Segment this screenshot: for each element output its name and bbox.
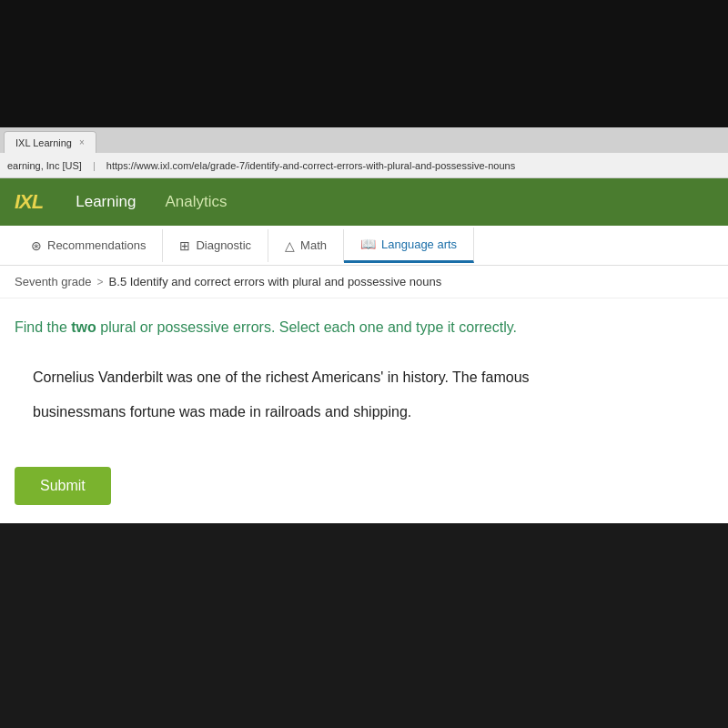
nav-bar: IXL Learning Analytics [0,178,728,226]
instruction-suffix: plural or possessive errors. Select each… [96,319,517,335]
instruction-prefix: Find the [15,319,71,335]
subnav-recommendations[interactable]: ⊛ Recommendations [15,229,163,262]
subnav-math[interactable]: △ Math [268,229,344,262]
instruction-bold: two [71,319,96,335]
word-businessmans[interactable]: businessmans [33,404,126,420]
main-content: Find the two plural or possessive errors… [0,298,728,523]
address-site: earning, Inc [US] [7,160,82,171]
sub-nav: ⊛ Recommendations ⊞ Diagnostic △ Math 📖 … [0,226,728,266]
address-url[interactable]: https://www.ixl.com/ela/grade-7/identify… [106,160,515,171]
breadcrumb-skill: B.5 Identify and correct errors with plu… [109,275,442,288]
language-arts-label: Language arts [381,238,457,251]
word-americans[interactable]: Americans' [312,369,384,385]
breadcrumb: Seventh grade > B.5 Identify and correct… [0,266,728,298]
screen-wrapper: IXL Learning × earning, Inc [US] | https… [0,0,728,728]
subnav-diagnostic[interactable]: ⊞ Diagnostic [163,229,268,262]
address-separator: | [93,160,96,171]
submit-button[interactable]: Submit [15,467,111,505]
nav-analytics[interactable]: Analytics [150,186,241,218]
language-arts-icon: 📖 [360,237,376,251]
tab-label: IXL Learning [15,137,72,148]
instruction-text: Find the two plural or possessive errors… [15,317,713,339]
recommendations-label: Recommendations [47,238,146,252]
recommendations-icon: ⊛ [31,238,42,253]
passage-line2: businessmans fortune was made in railroa… [33,395,713,430]
diagnostic-label: Diagnostic [196,238,251,252]
address-bar-row: earning, Inc [US] | https://www.ixl.com/… [0,153,728,178]
ixl-logo: IXL [15,190,43,214]
passage-area: Cornelius Vanderbilt was one of the rich… [33,360,713,430]
nav-learning[interactable]: Learning [61,186,150,218]
browser-tab[interactable]: IXL Learning × [4,131,96,153]
math-label: Math [300,238,327,252]
diagnostic-icon: ⊞ [179,238,190,253]
top-bezel [0,0,728,127]
passage-line1: Cornelius Vanderbilt was one of the rich… [33,360,713,395]
tab-close-icon[interactable]: × [79,137,85,147]
breadcrumb-arrow: > [97,276,104,288]
breadcrumb-grade[interactable]: Seventh grade [15,275,92,288]
math-icon: △ [285,238,295,253]
tab-bar: IXL Learning × [0,127,728,153]
subnav-language-arts[interactable]: 📖 Language arts [344,228,474,263]
ixl-app: IXL Learning Analytics ⊛ Recommendations… [0,178,728,523]
